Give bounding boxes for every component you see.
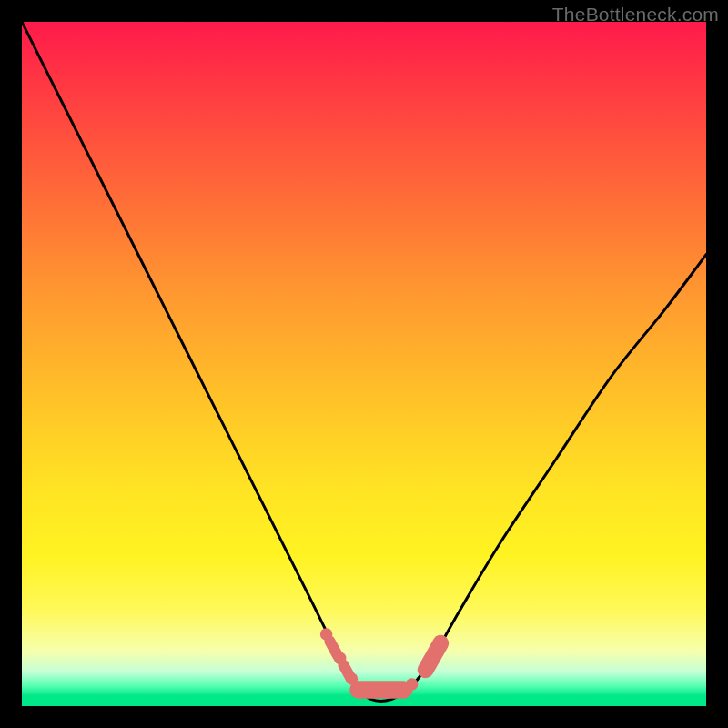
curve-marker xyxy=(334,652,347,665)
curve-marker xyxy=(406,678,419,691)
bottleneck-curve-svg xyxy=(22,22,706,706)
plot-area xyxy=(22,22,706,706)
capsule-group xyxy=(329,642,440,690)
chart-frame: TheBottleneck.com xyxy=(0,0,728,728)
bottleneck-curve-path xyxy=(22,22,706,701)
curve-group xyxy=(22,22,706,701)
curve-marker xyxy=(320,628,333,641)
watermark-text: TheBottleneck.com xyxy=(552,4,719,25)
curve-marker xyxy=(346,672,359,685)
curve-marker xyxy=(426,652,439,665)
